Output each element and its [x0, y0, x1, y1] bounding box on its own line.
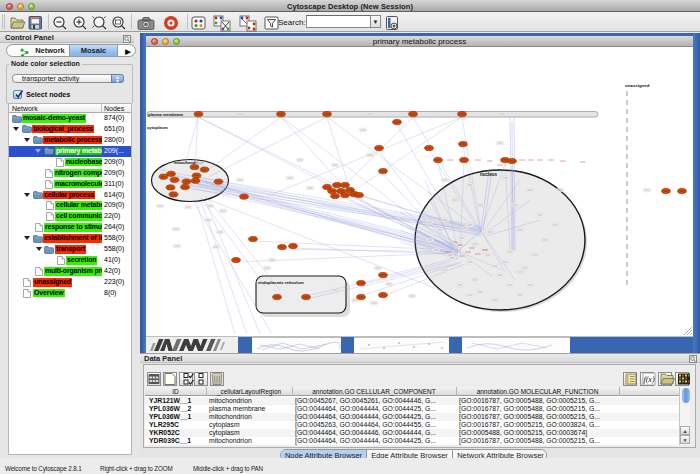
svg-text:endoplasmic reticulum: endoplasmic reticulum [258, 280, 304, 285]
svg-text:unassigned: unassigned [625, 83, 650, 88]
svg-text:cytoplasm: cytoplasm [147, 125, 168, 130]
svg-text:f(x): f(x) [643, 375, 654, 384]
svg-text:nucleus: nucleus [480, 172, 498, 177]
svg-text:plasma membrane: plasma membrane [148, 112, 184, 117]
